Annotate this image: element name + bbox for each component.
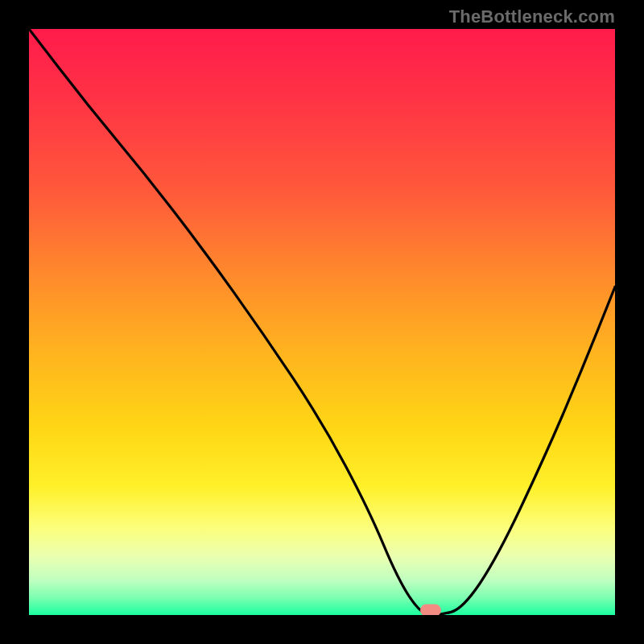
bottleneck-curve (29, 29, 615, 615)
optimal-point-marker (420, 605, 441, 615)
watermark-text: TheBottleneck.com (449, 6, 615, 27)
chart-container: TheBottleneck.com (0, 0, 644, 644)
curve-path (29, 29, 615, 615)
plot-area (29, 29, 615, 615)
